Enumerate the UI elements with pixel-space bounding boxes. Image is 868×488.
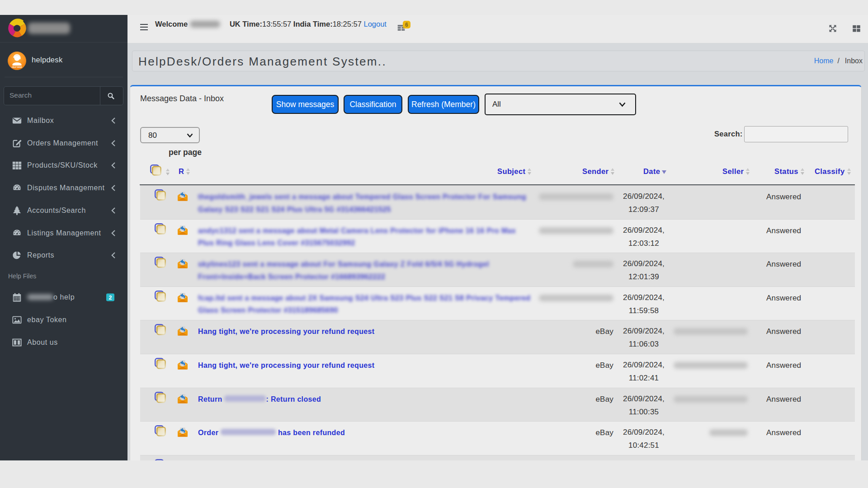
svg-text:HELP DESK: HELP DESK [12, 66, 22, 68]
